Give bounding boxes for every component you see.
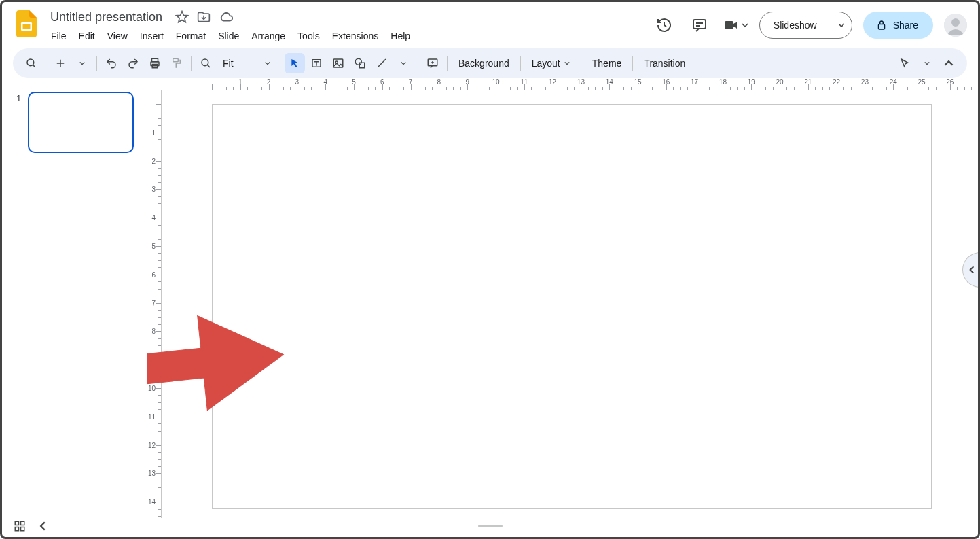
search-menus-button[interactable]	[21, 53, 41, 73]
app-header: Untitled presentation File Edit View Ins…	[2, 2, 978, 46]
line-button[interactable]	[371, 53, 392, 73]
svg-rect-20	[21, 521, 24, 525]
menu-view[interactable]: View	[102, 28, 133, 44]
collapse-filmstrip-icon[interactable]	[38, 521, 48, 531]
svg-rect-17	[359, 63, 365, 68]
toolbar-separator	[447, 56, 448, 71]
move-icon[interactable]	[197, 10, 211, 24]
toolbar-separator	[520, 56, 521, 71]
toolbar-separator	[280, 56, 280, 71]
document-title[interactable]: Untitled presentation	[46, 8, 167, 27]
insert-comment-button[interactable]	[422, 53, 443, 73]
join-call-button[interactable]	[723, 17, 748, 33]
toolbar-separator	[632, 56, 633, 71]
comments-icon[interactable]	[687, 13, 712, 37]
slide-number: 1	[16, 92, 21, 153]
title-area: Untitled presentation File Edit View Ins…	[46, 7, 652, 44]
layout-button[interactable]: Layout	[525, 53, 577, 73]
textbox-button[interactable]	[306, 53, 327, 73]
editing-mode-button[interactable]	[895, 53, 915, 73]
zoom-tool-button[interactable]	[196, 53, 216, 73]
slideshow-dropdown[interactable]	[831, 12, 852, 38]
svg-rect-3	[725, 21, 733, 29]
editing-mode-dropdown[interactable]	[917, 53, 937, 73]
slide-canvas[interactable]	[212, 104, 932, 509]
svg-rect-21	[15, 527, 18, 531]
layout-label: Layout	[532, 58, 560, 69]
new-slide-dropdown[interactable]	[72, 53, 92, 73]
vertical-ruler[interactable]: 123456789101112131415	[147, 90, 162, 518]
background-button[interactable]: Background	[452, 53, 516, 73]
svg-point-16	[355, 58, 361, 65]
svg-rect-14	[333, 59, 343, 67]
svg-point-6	[951, 18, 960, 27]
speaker-notes-handle[interactable]	[478, 525, 503, 527]
main-area: 1 12345678910111213141516171819202122232…	[4, 78, 976, 518]
paint-format-button[interactable]	[166, 53, 187, 73]
menu-arrange[interactable]: Arrange	[246, 28, 291, 44]
canvas-area: 1234567891011121314151617181920212223242…	[147, 78, 976, 518]
redo-button[interactable]	[123, 53, 143, 73]
horizontal-ruler[interactable]: 1234567891011121314151617181920212223242…	[162, 78, 975, 90]
theme-button[interactable]: Theme	[585, 53, 629, 73]
toolbar-separator	[46, 56, 46, 71]
toolbar: Fit Background Layout Theme Transition	[13, 48, 967, 78]
slides-logo[interactable]	[13, 10, 40, 37]
menu-extensions[interactable]: Extensions	[327, 28, 384, 44]
menu-format[interactable]: Format	[170, 28, 211, 44]
share-button[interactable]: Share	[863, 12, 933, 39]
hide-menus-button[interactable]	[939, 53, 959, 73]
svg-rect-4	[878, 24, 884, 30]
svg-rect-11	[173, 58, 179, 62]
slideshow-button[interactable]: Slideshow	[760, 12, 831, 38]
insert-image-button[interactable]	[328, 53, 348, 73]
svg-point-12	[202, 59, 208, 66]
menu-slide[interactable]: Slide	[213, 28, 244, 44]
select-tool-button[interactable]	[285, 53, 305, 73]
cloud-status-icon[interactable]	[219, 10, 234, 24]
menu-tools[interactable]: Tools	[292, 28, 325, 44]
toolbar-separator	[96, 56, 97, 71]
toolbar-separator	[191, 56, 192, 71]
transition-button[interactable]: Transition	[637, 53, 692, 73]
svg-rect-22	[21, 527, 24, 531]
svg-point-7	[27, 59, 34, 66]
star-icon[interactable]	[175, 10, 189, 24]
undo-button[interactable]	[101, 53, 122, 73]
filmstrip: 1	[4, 78, 147, 518]
menu-file[interactable]: File	[46, 28, 72, 44]
account-avatar[interactable]	[944, 14, 967, 37]
svg-rect-2	[693, 20, 706, 29]
shape-button[interactable]	[350, 53, 370, 73]
slide-thumb-row: 1	[16, 92, 139, 153]
svg-rect-1	[23, 24, 31, 29]
new-slide-button[interactable]	[50, 53, 71, 73]
zoom-level-label: Fit	[223, 58, 234, 69]
menu-help[interactable]: Help	[385, 28, 416, 44]
header-actions: Slideshow Share	[652, 7, 967, 39]
menu-edit[interactable]: Edit	[73, 28, 101, 44]
menu-bar: File Edit View Insert Format Slide Arran…	[46, 27, 652, 44]
svg-rect-19	[15, 521, 18, 525]
print-button[interactable]	[145, 53, 165, 73]
toolbar-separator	[581, 56, 581, 71]
grid-view-icon[interactable]	[14, 520, 26, 532]
line-dropdown[interactable]	[393, 53, 414, 73]
toolbar-separator	[418, 56, 418, 71]
slideshow-button-group: Slideshow	[759, 12, 852, 39]
bottom-bar	[4, 517, 976, 535]
menu-insert[interactable]: Insert	[134, 28, 169, 44]
history-icon[interactable]	[652, 13, 676, 37]
share-label: Share	[893, 20, 918, 31]
zoom-level-select[interactable]: Fit	[217, 53, 276, 73]
slide-thumbnail[interactable]	[28, 92, 134, 153]
